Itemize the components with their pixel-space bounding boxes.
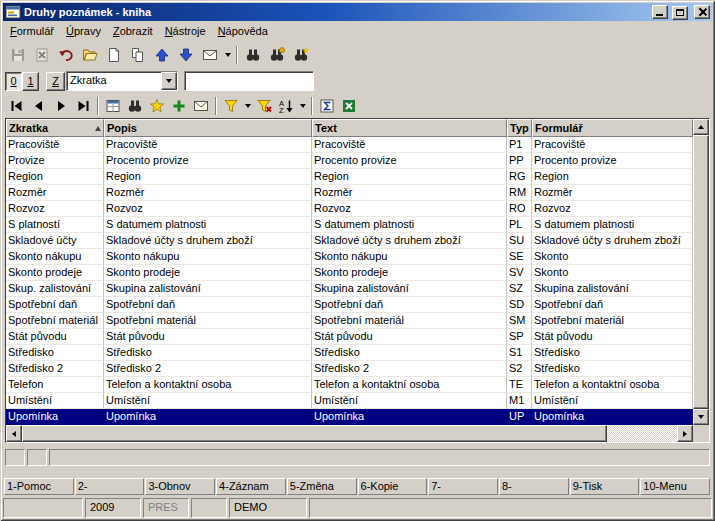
menu-nastroje[interactable]: Nástroje xyxy=(159,23,212,39)
title-bar[interactable]: Druhy poznámek - kniha xyxy=(3,3,712,21)
cell-typ: SD xyxy=(507,297,532,313)
horizontal-scroll-track[interactable] xyxy=(22,425,677,442)
table-row[interactable]: UpomínkaUpomínkaUpomínkaUPUpomínka xyxy=(6,409,693,425)
table-row[interactable]: Spotřební materiálSpotřební materiálSpot… xyxy=(6,313,693,329)
next-record-icon[interactable] xyxy=(50,95,72,117)
table-row[interactable]: Středisko 2Středisko 2Středisko 2S2Střed… xyxy=(6,361,693,377)
page-tab-1[interactable]: 1 xyxy=(22,72,39,91)
table-row[interactable]: UmístěníUmístěníUmístěníM1Umístění xyxy=(6,393,693,409)
fkey-f6[interactable]: 6-Kopie xyxy=(358,478,428,495)
table-row[interactable]: TelefonTelefon a kontaktní osobaTelefon … xyxy=(6,377,693,393)
column-header-popis[interactable]: Popis xyxy=(104,119,312,137)
column-header-label: Formulář xyxy=(535,122,583,134)
sort-dropdown-button[interactable] xyxy=(297,95,308,117)
save-icon xyxy=(6,43,30,67)
send-mail-icon[interactable] xyxy=(198,43,222,67)
fkey-f1[interactable]: 1-Pomoc xyxy=(4,478,74,495)
table-row[interactable]: Skonto nákupuSkonto nákupuSkonto nákupuS… xyxy=(6,249,693,265)
horizontal-scroll-thumb[interactable] xyxy=(22,425,607,442)
table-row[interactable]: PracovištěPracovištěPracovištěP1Pracoviš… xyxy=(6,137,693,153)
fkey-f5[interactable]: 5-Změna xyxy=(287,478,357,495)
z-button[interactable]: Z xyxy=(46,72,65,91)
first-record-icon[interactable] xyxy=(6,95,28,117)
cell-popis: Telefon a kontaktní osoba xyxy=(104,377,312,393)
table-row[interactable]: RozměrRozměrRozměrRMRozměr xyxy=(6,185,693,201)
find-next-icon[interactable] xyxy=(265,43,289,67)
vertical-scrollbar[interactable] xyxy=(693,119,709,425)
table-row[interactable]: Stát původuStát původuStát původuSPStát … xyxy=(6,329,693,345)
bookmark-icon[interactable] xyxy=(146,95,168,117)
mail-icon[interactable] xyxy=(190,95,212,117)
horizontal-scrollbar[interactable] xyxy=(6,425,693,442)
cell-formular: Skonto xyxy=(532,265,693,281)
cell-zkratka: Rozměr xyxy=(6,185,104,201)
undo-icon[interactable] xyxy=(54,43,78,67)
cell-text: S datumem platnosti xyxy=(312,217,507,233)
filter-icon[interactable] xyxy=(220,95,242,117)
find-all-icon[interactable] xyxy=(289,43,313,67)
menu-zobrazit[interactable]: Zobrazit xyxy=(107,23,159,39)
cell-text: Stát původu xyxy=(312,329,507,345)
table-row[interactable]: RozvozRozvozRozvozRORozvoz xyxy=(6,201,693,217)
send-mail-dropdown-button[interactable] xyxy=(222,43,233,67)
new-document-icon[interactable] xyxy=(102,43,126,67)
scroll-right-button[interactable] xyxy=(677,425,693,442)
menu-formular[interactable]: Formulář xyxy=(4,23,60,39)
fkey-f8[interactable]: 8- xyxy=(499,478,569,495)
fkey-f3[interactable]: 3-Obnov xyxy=(145,478,215,495)
find-icon[interactable] xyxy=(241,43,265,67)
maximize-button[interactable] xyxy=(672,6,688,20)
table-row[interactable]: S platnostíS datumem platnostiS datumem … xyxy=(6,217,693,233)
fkey-f7[interactable]: 7- xyxy=(428,478,498,495)
scroll-down-button[interactable] xyxy=(693,409,709,425)
insert-record-icon[interactable] xyxy=(168,95,190,117)
cell-text: Telefon a kontaktní osoba xyxy=(312,377,507,393)
fkey-f4[interactable]: 4-Záznam xyxy=(216,478,286,495)
last-record-icon[interactable] xyxy=(72,95,94,117)
filter-dropdown-button[interactable] xyxy=(242,95,253,117)
fkey-f2[interactable]: 2- xyxy=(75,478,145,495)
table-row[interactable]: StřediskoStřediskoStřediskoS1Středisko xyxy=(6,345,693,361)
excel-export-icon[interactable] xyxy=(338,95,360,117)
copy-document-icon[interactable] xyxy=(126,43,150,67)
cell-text: Umístění xyxy=(312,393,507,409)
fkey-f9[interactable]: 9-Tisk xyxy=(570,478,640,495)
move-up-icon[interactable] xyxy=(150,43,174,67)
minimize-button[interactable] xyxy=(652,5,668,19)
search-input[interactable] xyxy=(184,71,314,91)
move-down-icon[interactable] xyxy=(174,43,198,67)
menu-napoveda[interactable]: Nápověda xyxy=(212,23,274,39)
search-icon[interactable] xyxy=(124,95,146,117)
cell-text: Rozměr xyxy=(312,185,507,201)
fkey-f10[interactable]: 10-Menu xyxy=(640,478,710,495)
table-row[interactable]: Skup. zalistováníSkupina zalistováníSkup… xyxy=(6,281,693,297)
page-tab-0[interactable]: 0 xyxy=(5,72,22,91)
data-table: ZkratkaPopisTextTypFormulář PracovištěPr… xyxy=(5,118,710,443)
formula-icon[interactable] xyxy=(316,95,338,117)
table-row[interactable]: Spotřební daňSpotřební daňSpotřební daňS… xyxy=(6,297,693,313)
column-filter-select[interactable]: Zkratka xyxy=(66,71,178,91)
column-header-zkratka[interactable]: Zkratka xyxy=(6,119,104,137)
scroll-up-button[interactable] xyxy=(693,119,709,135)
table-row[interactable]: ProvizeProcento provizeProcento provizeP… xyxy=(6,153,693,169)
filter-off-icon[interactable] xyxy=(253,95,275,117)
scroll-left-button[interactable] xyxy=(6,425,22,442)
open-icon[interactable] xyxy=(78,43,102,67)
column-header-typ[interactable]: Typ xyxy=(507,119,532,137)
table-row[interactable]: RegionRegionRegionRGRegion xyxy=(6,169,693,185)
close-button[interactable] xyxy=(694,5,710,19)
sort-icon[interactable]: AZ xyxy=(275,95,297,117)
column-header-text[interactable]: Text xyxy=(312,119,507,137)
vertical-scroll-thumb[interactable] xyxy=(693,135,709,409)
previous-record-icon[interactable] xyxy=(28,95,50,117)
cell-text: Rozvoz xyxy=(312,201,507,217)
menu-upravy[interactable]: Úpravy xyxy=(60,23,107,39)
column-header-formular[interactable]: Formulář xyxy=(532,119,693,137)
combo-dropdown-button[interactable] xyxy=(161,72,177,90)
cell-formular: Region xyxy=(532,169,693,185)
edit-record-icon[interactable] xyxy=(102,95,124,117)
table-top: ZkratkaPopisTextTypFormulář PracovištěPr… xyxy=(6,119,709,425)
cell-typ: SV xyxy=(507,265,532,281)
table-row[interactable]: Skonto prodejeSkonto prodejeSkonto prode… xyxy=(6,265,693,281)
table-row[interactable]: Skladové účtySkladové účty s druhem zbož… xyxy=(6,233,693,249)
